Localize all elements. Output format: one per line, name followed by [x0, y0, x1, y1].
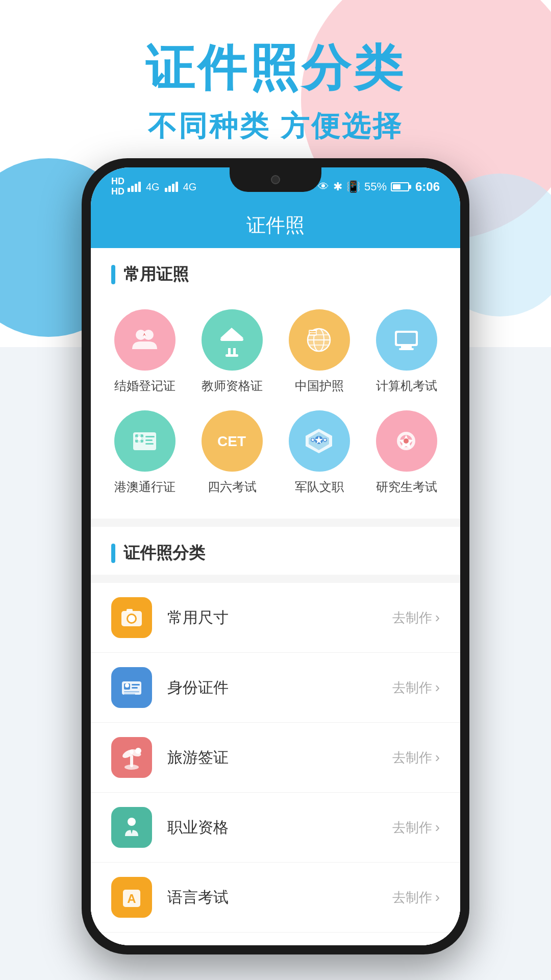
list-item[interactable]: 常用尺寸 去制作 ›: [91, 583, 460, 653]
list-item[interactable]: 身份证件 去制作 ›: [91, 653, 460, 723]
list-item[interactable]: 旅游签证 去制作 ›: [91, 723, 460, 793]
svg-point-23: [138, 434, 141, 437]
svg-rect-50: [132, 684, 140, 685]
passport-label: 中国护照: [295, 378, 344, 394]
id-card-label: 身份证件: [167, 677, 392, 698]
common-icon-grid: 结婚登记证 教师资格证: [91, 296, 460, 519]
id-icon: [119, 675, 144, 700]
bar2: [131, 186, 134, 192]
marriage-icon-circle: [114, 309, 176, 371]
svg-rect-29: [145, 443, 154, 445]
sub-title: 不同种类 方便选择: [0, 107, 551, 146]
svg-point-58: [124, 765, 139, 770]
svg-point-42: [404, 438, 409, 444]
battery-icon: [391, 182, 409, 191]
list-item[interactable]: 结婚登记证: [101, 301, 188, 402]
list-item[interactable]: 职业资格 去制作 ›: [91, 793, 460, 863]
graduate-icon: [390, 425, 423, 458]
svg-marker-3: [220, 328, 243, 338]
svg-rect-28: [145, 439, 153, 441]
bar7: [172, 184, 174, 192]
svg-point-59: [128, 818, 136, 826]
marriage-icon: [128, 324, 161, 357]
bar8: [176, 182, 178, 192]
list-item[interactable]: 100 考试入学 去制作 ›: [91, 933, 460, 945]
hd-label: HDHD: [111, 177, 124, 197]
list-item[interactable]: CET 四六考试: [188, 402, 276, 503]
status-right: 👁 ✱ 📳 55% 6:06: [318, 180, 440, 194]
list-item[interactable]: 港澳通行证: [101, 402, 188, 503]
svg-rect-19: [399, 348, 414, 350]
graduate-label: 研究生考试: [376, 479, 437, 495]
svg-point-26: [141, 437, 144, 440]
svg-rect-13: [309, 330, 317, 336]
camera: [271, 175, 280, 184]
cet-icon-circle: CET: [202, 410, 263, 472]
svg-rect-51: [132, 687, 138, 689]
list-item[interactable]: 军队文职: [276, 402, 363, 503]
svg-text:A: A: [127, 892, 136, 905]
svg-point-45: [128, 615, 135, 622]
app-content: 常用证照 结婚登记证: [91, 248, 460, 945]
list-item[interactable]: 研究生考试: [363, 402, 450, 503]
svg-point-22: [137, 436, 141, 440]
svg-text:CET: CET: [217, 433, 246, 449]
category-list: 常用尺寸 去制作 ›: [91, 583, 460, 945]
bluetooth-icon: ✱: [333, 180, 342, 193]
chevron-icon: ›: [435, 819, 440, 836]
hkpass-icon: [128, 425, 161, 458]
common-section-title: 常用证照: [123, 263, 189, 286]
common-size-label: 常用尺寸: [167, 607, 392, 628]
professional-icon: [119, 815, 144, 840]
svg-rect-2: [220, 338, 243, 341]
hkpass-label: 港澳通行证: [114, 479, 176, 495]
eye-icon: 👁: [318, 180, 329, 193]
military-icon-circle: [289, 410, 350, 472]
battery-percent: 55%: [364, 180, 387, 193]
hkpass-icon-circle: [114, 410, 176, 472]
app-title: 证件照: [246, 212, 305, 238]
computer-icon-circle: [376, 309, 437, 371]
svg-rect-27: [145, 436, 155, 437]
svg-rect-5: [233, 348, 236, 355]
svg-rect-53: [124, 694, 135, 695]
common-size-icon: [111, 597, 152, 638]
svg-rect-46: [127, 609, 133, 612]
bar4: [138, 182, 141, 192]
phone-inner: HDHD 4G 4G: [91, 167, 460, 945]
id-card-icon: [111, 667, 152, 708]
language-action: 去制作 ›: [392, 889, 440, 906]
professional-action: 去制作 ›: [392, 819, 440, 837]
phone-notch: [230, 167, 321, 192]
chevron-icon: ›: [435, 679, 440, 696]
bar1: [128, 188, 130, 192]
svg-rect-17: [397, 333, 416, 344]
military-label: 军队文职: [295, 479, 344, 495]
military-icon: [303, 425, 336, 458]
travel-action: 去制作 ›: [392, 749, 440, 767]
list-item[interactable]: 教师资格证: [188, 301, 276, 402]
signal-bars-2: [165, 182, 178, 192]
category-section-bar: [111, 544, 115, 563]
marriage-label: 结婚登记证: [114, 378, 176, 394]
list-item[interactable]: 计算机考试: [363, 301, 450, 402]
svg-point-24: [138, 440, 141, 443]
section-bar: [111, 265, 115, 284]
teacher-icon-circle: [202, 309, 263, 371]
category-section-header: 证件照分类: [91, 527, 460, 575]
list-item[interactable]: A 语言考试 去制作 ›: [91, 863, 460, 933]
list-item[interactable]: 中国护照: [276, 301, 363, 402]
status-left: HDHD 4G 4G: [111, 177, 196, 197]
computer-label: 计算机考试: [376, 378, 437, 394]
camera-icon: [119, 605, 144, 630]
id-card-action: 去制作 ›: [392, 679, 440, 697]
professional-icon: [111, 807, 152, 848]
main-title: 证件照分类: [0, 41, 551, 95]
graduate-icon-circle: [376, 410, 437, 472]
cet-icon: CET: [215, 425, 248, 458]
header-section: 证件照分类 不同种类 方便选择: [0, 0, 551, 146]
svg-point-57: [135, 748, 141, 754]
bar6: [168, 186, 171, 192]
chevron-icon: ›: [435, 609, 440, 626]
vibrate-icon: 📳: [346, 180, 360, 193]
